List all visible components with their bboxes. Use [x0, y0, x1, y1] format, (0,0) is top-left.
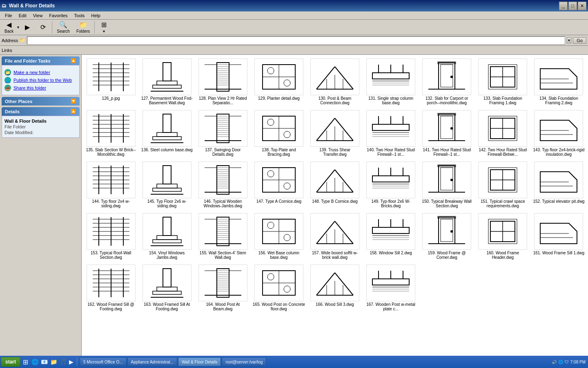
file-name: 146. Typical Wooden Windows-Jambs.dwg [196, 199, 249, 208]
tasks-body: 📁 Make a new folder 🌐 Publish this folde… [2, 65, 80, 95]
file-item[interactable]: 143. Typ floor 2x4-brick-rigid insulatio… [531, 108, 586, 159]
file-name: 136. Steel column base.dwg [141, 148, 193, 152]
menu-file[interactable]: File [2, 12, 16, 19]
file-item[interactable]: 150. Typical Breakway Wall Section.dwg [419, 159, 474, 210]
taskbar-icon-1[interactable]: 🌐 [31, 359, 38, 365]
file-item[interactable]: 146. Typical Wooden Windows-Jambs.dwg [195, 159, 250, 210]
file-item[interactable]: 152. Typical elevator pit.dwg [531, 159, 586, 210]
views-button[interactable]: ⊞ ▾ [96, 20, 111, 34]
file-item[interactable]: 155. Wall Section-4' Stem Wall.dwg [195, 211, 250, 262]
file-name: 164. Wood Post At Beam.dwg [196, 302, 249, 311]
search-button[interactable]: 🔍 Search [54, 20, 73, 34]
tasks-header[interactable]: File and Folder Tasks 🔼 [2, 56, 80, 65]
file-item[interactable]: 126_p.jpg [83, 56, 138, 107]
file-item[interactable]: 159. Wood Frame @ Corner.dwg [419, 211, 474, 262]
file-name: 142. Two Hour Rated Stud Firewall-Betwe.… [477, 148, 529, 157]
file-item[interactable]: 158. Window Sill 2.dwg [363, 211, 419, 262]
file-item[interactable]: 145. Typ Floor 2x6 w-siding.dwg [139, 159, 194, 210]
file-item[interactable]: 157. Wide boxed soffit w-brick wall.dwg [307, 211, 362, 262]
file-item[interactable]: 165. Wood Post on Concrete floor.dwg [251, 263, 306, 313]
file-name: 128. Plan View 2 Hr Rated Separatio... [196, 96, 249, 105]
file-item[interactable]: 162. Wood Framed Sill @ Footing.dwg [83, 263, 138, 313]
file-item[interactable]: 149. Typ-floor 2x6 W-Bricks.dwg [363, 159, 419, 210]
window-title: Wall & Floor Details [9, 3, 55, 9]
file-name: 159. Wood Frame @ Corner.dwg [421, 251, 473, 260]
folders-button[interactable]: 📁 Folders [74, 20, 93, 34]
file-item[interactable]: 135. Slab Section W Brick--Monolithic.dw… [83, 108, 138, 159]
file-item[interactable]: 153. Typical Roof-Wall Section.dwg [83, 211, 138, 262]
svg-rect-52 [426, 61, 467, 93]
publish-link[interactable]: 🌐 Publish this folder to the Web [4, 77, 77, 83]
go-button[interactable]: Go [573, 37, 586, 44]
taskbar-icon-5[interactable]: ▶ [69, 359, 74, 365]
svg-rect-63 [538, 61, 579, 93]
file-item[interactable]: 144. Typ floor 2x4 w-siding.dwg [83, 159, 138, 210]
file-name: 137. Swinging Door Details.dwg [196, 148, 249, 157]
taskbar-icon-2[interactable]: 📧 [41, 359, 48, 365]
file-item[interactable]: 133. Slab Foundation Framing 1.dwg [475, 56, 530, 107]
menu-help[interactable]: Help [88, 12, 104, 19]
menu-edit[interactable]: Edit [16, 12, 30, 19]
file-item[interactable]: 163. Wood Framed Sill At Footing.dwg [139, 263, 194, 313]
tray-icon-3: 🛡 [565, 360, 569, 364]
start-button[interactable]: start [1, 357, 20, 367]
file-item[interactable]: 128. Plan View 2 Hr Rated Separatio... [195, 56, 250, 107]
svg-point-259 [450, 230, 453, 233]
file-item[interactable]: 141. Two Hour Rated Stud Firewall--1 st.… [419, 108, 474, 159]
make-folder-link[interactable]: 📁 Make a new folder [4, 69, 77, 76]
file-item[interactable]: 137. Swinging Door Details.dwg [195, 108, 250, 159]
close-button[interactable]: ✕ [578, 2, 586, 10]
maximize-button[interactable]: □ [568, 2, 577, 10]
taskbar-wall-button[interactable]: Wall & Floor Details [178, 357, 221, 366]
menu-tools[interactable]: Tools [71, 12, 88, 19]
address-dropdown-button[interactable]: ▾ [567, 37, 571, 43]
address-label: Address [2, 38, 18, 43]
taskbar-appliance-button[interactable]: Appliance Administrat... [127, 357, 178, 366]
svg-rect-188 [426, 164, 467, 196]
file-item[interactable]: 166. Wood Sill 3.dwg [307, 263, 362, 313]
search-icon: 🔍 [59, 21, 68, 29]
file-item[interactable]: 130. Post & Beam Connection.dwg [307, 56, 362, 107]
menu-favorites[interactable]: Favorites [46, 12, 71, 19]
file-item[interactable]: 136. Steel column base.dwg [139, 108, 194, 159]
file-name: 160. Wood Frame Header.dwg [477, 251, 529, 260]
file-item[interactable]: 147. Type A Cornice.dwg [251, 159, 306, 210]
file-item[interactable]: 154. Vinyl Windows Jambs.dwg [139, 211, 194, 262]
file-name: 156. Wet Base column base.dwg [252, 251, 305, 260]
other-places-header[interactable]: Other Places 🔽 [2, 97, 80, 105]
file-item[interactable]: 164. Wood Post At Beam.dwg [195, 263, 250, 313]
file-item[interactable]: 151. Typical crawl space requirements.dw… [475, 159, 530, 210]
make-folder-icon: 📁 [4, 69, 11, 76]
share-link[interactable]: 📤 Share this folder [4, 85, 77, 91]
taskbar-icon-3[interactable]: 📁 [50, 359, 57, 365]
other-places-section: Other Places 🔽 [2, 97, 80, 105]
file-item[interactable]: 156. Wet Base column base.dwg [251, 211, 306, 262]
taskbar-root-button[interactable]: root@server:/var/log [222, 357, 266, 366]
file-item[interactable]: 140. Two Hour Rated Stud Firewall--1 st.… [363, 108, 419, 159]
file-item[interactable]: 142. Two Hour Rated Stud Firewall-Betwe.… [475, 108, 530, 159]
file-name: 149. Typ-floor 2x6 W-Bricks.dwg [365, 199, 417, 208]
address-input[interactable] [27, 36, 565, 45]
file-item[interactable]: 161. Wood Frame Sill 1.dwg [531, 211, 586, 262]
file-item[interactable]: 134. Slab Foundation Framing 2.dwg [531, 56, 586, 107]
file-item[interactable]: 148. Type B Cornice.dwg [307, 159, 362, 210]
file-thumbnail [366, 58, 415, 95]
file-name: 135. Slab Section W Brick--Monolithic.dw… [85, 148, 137, 157]
file-item[interactable]: 132. Slab for Carport or porch--monolith… [419, 56, 474, 107]
file-item[interactable]: 131. Single strap column base.dwg [363, 56, 419, 107]
file-item[interactable]: 160. Wood Frame Header.dwg [475, 211, 530, 262]
menu-view[interactable]: View [30, 12, 46, 19]
details-header[interactable]: Details 🔼 [2, 107, 80, 116]
refresh-button[interactable]: ⟳ [36, 20, 50, 34]
file-item[interactable]: 167. Wooden Post w-metal plate c... [363, 263, 419, 313]
file-item[interactable]: 129. Planter detail.dwg [251, 56, 306, 107]
file-item[interactable]: 139. Truss Shear Transfer.dwg [307, 108, 362, 159]
file-thumbnail [422, 162, 471, 198]
back-button[interactable]: ◀ Back [2, 20, 16, 34]
taskbar-icon-4[interactable]: 🎵 [60, 359, 67, 365]
file-item[interactable]: 127. Permantent Wood Fnd-Basement Wall.d… [139, 56, 194, 107]
forward-button[interactable]: ▶ [20, 20, 35, 34]
taskbar-office-button[interactable]: 5 Microsoft Office O... [80, 357, 127, 366]
minimize-button[interactable]: _ [559, 2, 568, 10]
file-item[interactable]: 138. Top Plate and Bracing.dwg [251, 108, 306, 159]
